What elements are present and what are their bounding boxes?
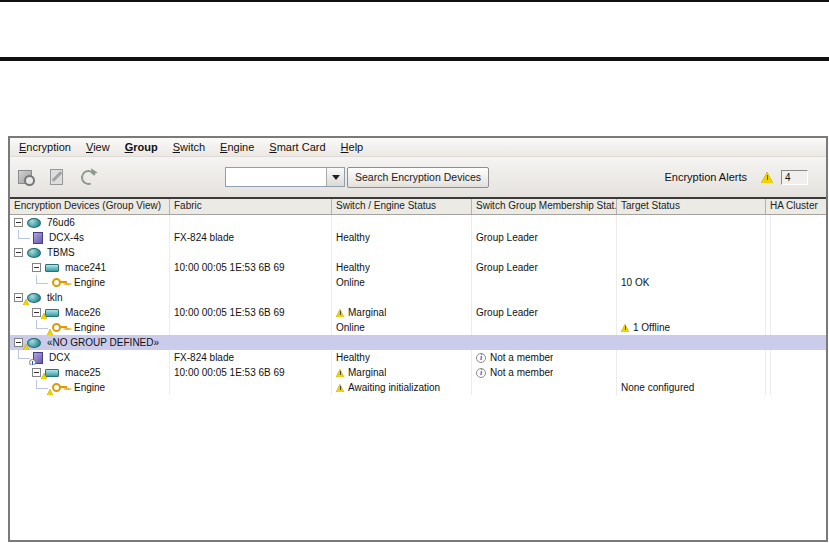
tree-connector-icon [18, 350, 30, 359]
table-row[interactable]: mace2510:00 00:05 1E:53 6B 69MarginalNot… [10, 365, 826, 380]
cell-tree: DCX [10, 350, 170, 365]
menu-view[interactable]: View [86, 141, 110, 153]
menu-group[interactable]: Group [125, 141, 158, 153]
cell-tree: tkln [10, 290, 170, 305]
cell-fabric [170, 380, 332, 395]
cell-tree: TBMS [10, 245, 170, 260]
cell-text: Healthy [336, 352, 370, 363]
cell-switch-engine-status [332, 245, 472, 260]
node-icon-wrap [33, 352, 43, 364]
table-row[interactable]: TBMS [10, 245, 826, 260]
cell-switch-engine-status: Marginal [332, 365, 472, 380]
warning-overlay-icon [41, 313, 47, 319]
cell-fabric: 10:00 00:05 1E:53 6B 69 [170, 260, 332, 275]
cell-target-status: None configured [617, 380, 766, 395]
expander-icon[interactable] [14, 218, 23, 227]
cell-text: Marginal [348, 307, 386, 318]
node-label: Engine [74, 322, 105, 333]
menu-switch[interactable]: Switch [173, 141, 205, 153]
cell-switch-engine-status: Healthy [332, 260, 472, 275]
cell-membership-status: Group Leader [472, 260, 617, 275]
table-row[interactable]: DCXFX-824 bladeHealthyNot a member [10, 350, 826, 365]
warning-icon[interactable] [761, 172, 773, 183]
cell-switch-engine-status: Online [332, 320, 472, 335]
column-header[interactable]: Target Status [617, 199, 766, 214]
table-header: Encryption Devices (Group View)FabricSwi… [10, 199, 826, 215]
expander-icon[interactable] [14, 293, 23, 302]
warning-overlay-icon [41, 373, 47, 379]
node-label: 76ud6 [47, 217, 75, 228]
cell-tree: DCX-4s [10, 230, 170, 245]
cell-tree: «NO GROUP DEFINED» [10, 335, 170, 350]
cell-target-status [617, 335, 766, 350]
cell-fabric: FX-824 blade [170, 230, 332, 245]
cell-switch-engine-status: Healthy [332, 230, 472, 245]
node-label: Mace26 [65, 307, 101, 318]
table-row[interactable]: tkln [10, 290, 826, 305]
column-header[interactable]: Fabric [170, 199, 332, 214]
table-row[interactable]: Mace2610:00 00:05 1E:53 6B 69MarginalGro… [10, 305, 826, 320]
menu-help[interactable]: Help [341, 141, 364, 153]
node-icon-wrap [45, 309, 59, 317]
cell-tree: Engine [10, 320, 170, 335]
cell-switch-engine-status [332, 215, 472, 230]
dropdown-button[interactable] [326, 168, 344, 186]
cell-target-status [617, 290, 766, 305]
column-header[interactable]: Switch / Engine Status [332, 199, 472, 214]
node-icon-wrap [27, 338, 41, 348]
node-label: DCX-4s [49, 232, 84, 243]
cell-switch-engine-status [332, 335, 472, 350]
group-icon [27, 293, 41, 303]
cell-target-status [617, 305, 766, 320]
node-label: Engine [74, 382, 105, 393]
cell-fabric: 10:00 00:05 1E:53 6B 69 [170, 305, 332, 320]
node-label: mace241 [65, 262, 106, 273]
column-header[interactable]: HA Cluster [766, 199, 826, 214]
warning-overlay-icon [23, 344, 29, 350]
expander-icon[interactable] [32, 263, 41, 272]
edit-button[interactable] [45, 165, 69, 189]
cell-text: Healthy [336, 232, 370, 243]
table-row[interactable]: «NO GROUP DEFINED» [10, 335, 826, 350]
search-combobox[interactable] [225, 167, 345, 187]
top-rule [0, 0, 829, 2]
expander-icon[interactable] [32, 308, 41, 317]
warning-icon [336, 369, 344, 377]
node-icon-wrap [27, 293, 41, 303]
table-row[interactable]: EngineOnline1 Offline [10, 320, 826, 335]
cell-ha-cluster [766, 275, 771, 290]
node-icon-wrap [51, 382, 68, 393]
warning-overlay-icon [47, 329, 53, 335]
node-icon-wrap [45, 369, 59, 377]
expander-icon[interactable] [32, 368, 41, 377]
warning-overlay-icon [23, 299, 29, 305]
cell-membership-status [472, 320, 617, 335]
search-encryption-devices-button[interactable]: Search Encryption Devices [347, 167, 489, 188]
table-row[interactable]: EngineAwaiting initializationNone config… [10, 380, 826, 395]
cell-membership-status [472, 275, 617, 290]
table-row[interactable]: EngineOnline10 OK [10, 275, 826, 290]
table-body: 76ud6DCX-4sFX-824 bladeHealthyGroup Lead… [10, 215, 826, 540]
refresh-button[interactable] [76, 165, 100, 189]
column-header[interactable]: Switch Group Membership Stat.. [472, 199, 617, 214]
cell-ha-cluster [766, 320, 771, 335]
cell-tree: mace25 [10, 365, 170, 380]
cell-membership-status [472, 245, 617, 260]
menu-engine[interactable]: Engine [220, 141, 254, 153]
menu-encryption[interactable]: Encryption [19, 141, 71, 153]
expander-icon[interactable] [14, 248, 23, 257]
table-row[interactable]: 76ud6 [10, 215, 826, 230]
tree-connector-icon [36, 380, 48, 389]
search-input[interactable] [226, 168, 326, 186]
alert-count-field[interactable]: 4 [781, 170, 808, 185]
table-row[interactable]: mace24110:00 00:05 1E:53 6B 69HealthyGro… [10, 260, 826, 275]
cell-fabric: FX-824 blade [170, 350, 332, 365]
menu-smart-card[interactable]: Smart Card [269, 141, 325, 153]
cell-membership-status [472, 290, 617, 305]
column-header[interactable]: Encryption Devices (Group View) [10, 199, 170, 214]
group-icon [27, 248, 41, 258]
expander-icon[interactable] [14, 338, 23, 347]
view-device-button[interactable] [14, 165, 38, 189]
tree-connector-icon [18, 230, 30, 239]
table-row[interactable]: DCX-4sFX-824 bladeHealthyGroup Leader [10, 230, 826, 245]
